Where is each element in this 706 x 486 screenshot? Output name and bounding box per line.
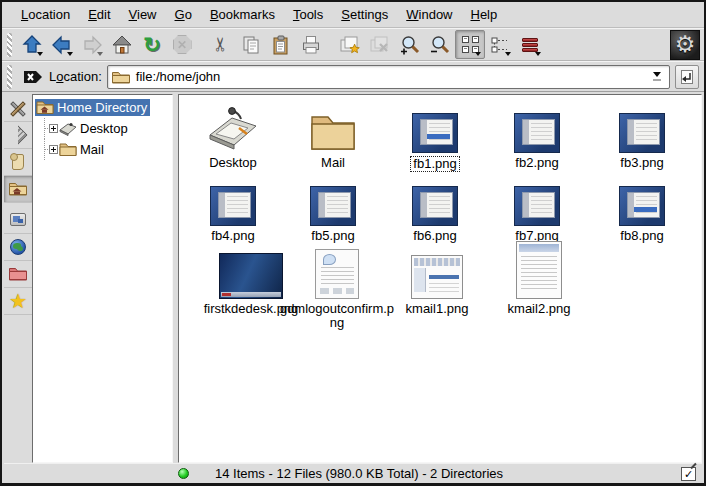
sidebar-tab-services-tools[interactable]: [4, 95, 32, 122]
up-button[interactable]: [17, 30, 47, 59]
go-button[interactable]: [675, 65, 699, 89]
konqueror-window: Location Edit View Go Bookmarks Tools Se…: [0, 0, 706, 486]
thumbnail-dialog-white-icon: [315, 249, 359, 299]
combo-arrow-icon: [653, 72, 661, 77]
zoom-in-button[interactable]: [395, 30, 425, 59]
location-label: Location:: [49, 69, 102, 84]
desktop-folder-icon: [206, 105, 260, 153]
menu-location[interactable]: Location: [12, 4, 79, 25]
tools-icon: [8, 98, 28, 118]
new-window-button[interactable]: [335, 30, 365, 59]
menu-window[interactable]: Window: [397, 4, 461, 25]
detailed-list-view-button[interactable]: [515, 30, 545, 59]
tree-item-label: Mail: [80, 142, 104, 157]
icon-view-button[interactable]: [455, 30, 485, 59]
thumbnail-dialog-icon: [310, 186, 356, 226]
file-item-fb5[interactable]: fb5.png: [283, 176, 383, 243]
file-item-fb8[interactable]: fb8.png: [592, 176, 692, 243]
home-icon: [111, 34, 133, 56]
folder-icon: [111, 69, 131, 85]
reload-button[interactable]: ↻: [137, 30, 167, 59]
icon-view-dropdown-caret: [475, 52, 481, 56]
sidebar-tab-network[interactable]: [4, 234, 32, 261]
up-dropdown-caret: [37, 52, 43, 56]
location-combobox[interactable]: file:/home/john: [107, 65, 670, 89]
sidebar-tab-root-folder[interactable]: [4, 261, 32, 288]
print-button[interactable]: [296, 30, 326, 59]
sidebar-tab-bookmarks[interactable]: ★: [4, 288, 32, 315]
file-item-gdmlogoutconfirm[interactable]: gdmlogoutconfirm.png: [279, 241, 395, 330]
thumbnail-desktop-icon: [219, 253, 283, 299]
thumbnail-document-icon: [516, 241, 562, 299]
new-window-icon: [339, 34, 361, 56]
file-item-fb6[interactable]: fb6.png: [385, 176, 485, 243]
history-scroll-icon: [8, 152, 28, 172]
folder-icon: [59, 142, 77, 157]
star-icon: ★: [9, 291, 27, 311]
menu-go[interactable]: Go: [166, 4, 201, 25]
file-label: kmail1.png: [406, 302, 469, 316]
konqueror-gear-logo: ⚙: [670, 30, 700, 60]
menu-bookmarks[interactable]: Bookmarks: [201, 4, 284, 25]
menu-bar: Location Edit View Go Bookmarks Tools Se…: [2, 2, 704, 28]
home-folder-icon: [8, 181, 28, 197]
menu-settings[interactable]: Settings: [332, 4, 397, 25]
expand-plus-icon[interactable]: [49, 124, 58, 133]
location-dropdown-button[interactable]: [649, 72, 666, 81]
reload-icon: ↻: [143, 34, 161, 55]
detailed-list-dropdown-caret: [535, 52, 541, 56]
sidebar-tab-home-directory[interactable]: [4, 176, 32, 203]
tree-item-home-directory[interactable]: Home Directory: [35, 97, 172, 118]
paste-button[interactable]: [266, 30, 296, 59]
expand-plus-icon[interactable]: [49, 145, 58, 154]
tree-view-button[interactable]: [485, 30, 515, 59]
sidebar-tab-history[interactable]: [4, 149, 32, 176]
locbar-drag-handle[interactable]: [7, 65, 12, 89]
zoom-out-button[interactable]: [425, 30, 455, 59]
file-item-mail[interactable]: Mail: [283, 103, 383, 170]
file-item-kmail2[interactable]: kmail2.png: [489, 241, 589, 316]
tree-item-mail[interactable]: Mail: [35, 139, 172, 160]
cut-button[interactable]: ✂: [206, 30, 236, 59]
sidebar-tab-bookmark-pen[interactable]: [4, 122, 32, 149]
file-label: fb8.png: [620, 229, 663, 243]
menu-tools[interactable]: Tools: [284, 4, 332, 25]
tree-item-label: Home Directory: [57, 100, 147, 115]
file-item-fb7[interactable]: fb7.png: [487, 176, 587, 243]
file-item-fb1[interactable]: fb1.png: [385, 103, 485, 172]
toolbar-drag-handle[interactable]: [7, 33, 12, 57]
clear-location-icon: [22, 67, 44, 87]
close-window-button[interactable]: [365, 30, 395, 59]
file-label: fb1.png: [410, 156, 459, 172]
thumbnail-dialog-icon: [514, 186, 560, 226]
status-bar: 14 Items - 12 Files (980.0 KB Total) - 2…: [4, 463, 702, 483]
menu-view[interactable]: View: [120, 4, 166, 25]
clear-location-button[interactable]: [22, 67, 44, 87]
file-item-fb3[interactable]: fb3.png: [592, 103, 692, 170]
file-item-desktop[interactable]: Desktop: [183, 103, 283, 170]
file-item-kmail1[interactable]: kmail1.png: [387, 241, 487, 316]
devices-icon: [8, 210, 28, 230]
home-button[interactable]: [107, 30, 137, 59]
tree-item-desktop[interactable]: Desktop: [35, 118, 172, 139]
menu-help[interactable]: Help: [462, 4, 507, 25]
globe-icon: [8, 237, 28, 257]
stop-button[interactable]: ✕: [167, 30, 197, 59]
file-item-fb4[interactable]: fb4.png: [183, 176, 283, 243]
copy-button[interactable]: [236, 30, 266, 59]
thumbnail-dialog-icon: [210, 186, 256, 226]
back-button[interactable]: [47, 30, 77, 59]
tree-view-dropdown-caret: [505, 52, 511, 56]
zoom-out-icon: [429, 34, 451, 56]
stop-icon: ✕: [173, 35, 192, 54]
file-item-fb2[interactable]: fb2.png: [487, 103, 587, 170]
folder-icon: [308, 111, 358, 153]
forward-button[interactable]: [77, 30, 107, 59]
location-value[interactable]: file:/home/john: [136, 69, 221, 84]
enter-arrow-icon: [678, 68, 696, 86]
sidebar-tab-devices[interactable]: [4, 207, 32, 234]
statusbar-check-icon[interactable]: ✓: [681, 467, 696, 481]
menu-edit[interactable]: Edit: [79, 4, 119, 25]
location-toolbar: Location: file:/home/john: [2, 61, 704, 92]
file-label: fb2.png: [515, 156, 558, 170]
